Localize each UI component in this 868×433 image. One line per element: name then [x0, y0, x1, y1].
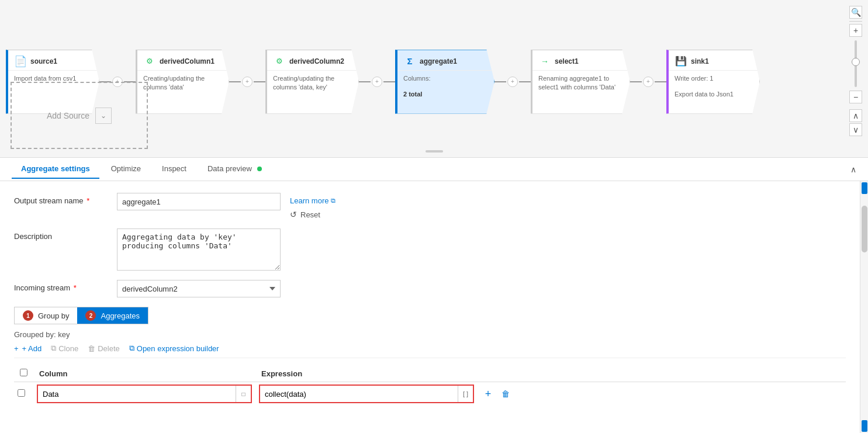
node-derivedColumn2[interactable]: ⚙ derivedColumn2 Creating/updating the c… — [265, 44, 395, 120]
pipeline-canvas: 📄 source1 Import data from csv1 + ⚙ deri… — [0, 0, 868, 158]
derived1-icon: ⚙ — [143, 55, 156, 68]
add-source-chevron[interactable]: ⌄ — [95, 108, 112, 124]
row-checkbox[interactable] — [18, 389, 25, 397]
add-btn[interactable]: + + Add — [14, 344, 42, 353]
row-actions: + 🗑 — [481, 387, 842, 401]
external-link-icon: ⧉ — [331, 197, 336, 205]
row-delete-icon: 🗑 — [502, 389, 510, 399]
output-stream-required: * — [87, 196, 89, 205]
toolbar-row: + + Add ⧉ Clone 🗑 Delete ⧉ Open expressi… — [14, 344, 846, 358]
clone-icon: ⧉ — [51, 344, 56, 353]
delete-btn[interactable]: 🗑 Delete — [88, 344, 120, 353]
output-stream-actions: Learn more ⧉ ↺ Reset — [290, 193, 336, 219]
aggregates-badge: 2 — [85, 310, 96, 321]
incoming-stream-select[interactable]: derivedColumn1 derivedColumn2 — [117, 280, 281, 297]
incoming-stream-required: * — [74, 283, 77, 292]
node-agg-title: aggregate1 — [420, 57, 457, 65]
settings-panel: Aggregate settings Optimize Inspect Data… — [0, 158, 868, 433]
node-agg-desc: Columns: — [397, 71, 494, 86]
tab-inspect[interactable]: Inspect — [153, 160, 196, 179]
incoming-stream-label: Incoming stream * — [14, 280, 108, 292]
node-aggregate1[interactable]: Σ aggregate1 Columns: 2 total + — [395, 44, 531, 120]
node-agg-desc2: 2 total — [397, 86, 494, 102]
form-area: Output stream name * Learn more ⧉ ↺ Rese… — [0, 181, 860, 433]
column-header: Column — [33, 365, 255, 382]
select-all-checkbox[interactable] — [20, 369, 27, 376]
connector-after-derived1: + — [229, 77, 265, 87]
aggregates-tab-btn[interactable]: 2 Aggregates — [77, 307, 148, 324]
row-add-btn[interactable]: + — [481, 387, 495, 401]
row-delete-btn[interactable]: 🗑 — [499, 387, 513, 401]
delete-icon: 🗑 — [88, 344, 95, 353]
expression-builder-icon: ⧉ — [129, 344, 134, 353]
clone-btn[interactable]: ⧉ Clone — [51, 344, 78, 353]
node-sink-desc2: Export data to Json1 — [669, 86, 759, 102]
group-by-badge: 1 — [23, 310, 33, 321]
expression-expand-btn[interactable]: [ ] — [458, 386, 473, 402]
node-select-desc: Renaming aggregate1 to select1 with colu… — [532, 71, 630, 96]
select-icon: → — [538, 55, 551, 68]
zoom-minus-btn[interactable]: − — [849, 91, 862, 103]
description-textarea[interactable]: Aggregating data by 'key' producing colu… — [117, 228, 281, 271]
node-derived1-desc: Creating/updating the columns 'data' — [137, 71, 229, 96]
add-source-label: Add Source — [47, 111, 89, 120]
aggregates-table: Column Expression — [14, 365, 846, 406]
output-stream-label: Output stream name * — [14, 193, 108, 205]
node-derived2-title: derivedColumn2 — [289, 57, 344, 65]
learn-more-link[interactable]: Learn more ⧉ — [290, 196, 336, 205]
tabs-row: Aggregate settings Optimize Inspect Data… — [0, 158, 868, 181]
column-expand-btn[interactable]: □ — [236, 386, 251, 402]
description-label: Description — [14, 228, 108, 241]
expand-pipeline-btn[interactable]: ∨ — [849, 123, 862, 136]
add-connector-select[interactable]: + — [643, 77, 653, 87]
column-cell-wrapper: □ — [37, 384, 252, 403]
sink-icon: 💾 — [675, 55, 687, 68]
derived2-icon: ⚙ — [273, 55, 286, 68]
expression-cell-wrapper: [ ] — [259, 384, 474, 403]
zoom-controls: 🔍 + − ∧ ∨ — [849, 6, 862, 136]
panel-scrollbar[interactable] — [860, 181, 868, 433]
tab-data-preview[interactable]: Data preview — [198, 160, 272, 179]
add-connector-derived1[interactable]: + — [242, 77, 253, 87]
tab-aggregate-settings[interactable]: Aggregate settings — [12, 160, 99, 179]
tab-toggle-section: 1 Group by 2 Aggregates — [14, 307, 846, 324]
node-derived1-title: derivedColumn1 — [160, 57, 215, 65]
connector-after-select: + — [630, 77, 666, 87]
node-select1[interactable]: → select1 Renaming aggregate1 to select1… — [531, 44, 666, 120]
panel-collapse-btn[interactable]: ∧ — [850, 165, 856, 174]
incoming-stream-row: Incoming stream * derivedColumn1 derived… — [14, 280, 846, 297]
pipeline-drag-handle — [426, 150, 443, 153]
reset-icon: ↺ — [290, 210, 297, 219]
node-select-title: select1 — [555, 57, 579, 65]
expression-input[interactable] — [260, 386, 458, 402]
node-source1-title: source1 — [30, 57, 57, 65]
zoom-plus-btn[interactable]: + — [849, 24, 862, 37]
agg-icon: Σ — [403, 55, 416, 68]
connector-after-agg: + — [494, 77, 531, 87]
collapse-pipeline-btn[interactable]: ∧ — [849, 109, 862, 122]
expression-header: Expression — [255, 365, 478, 382]
reset-btn[interactable]: ↺ Reset — [290, 210, 336, 219]
node-sink1[interactable]: 💾 sink1 Write order: 1 Export data to Js… — [666, 44, 760, 120]
add-connector-derived2[interactable]: + — [372, 77, 382, 87]
settings-tabs: Aggregate settings Optimize Inspect Data… — [12, 160, 274, 179]
add-connector-agg[interactable]: + — [507, 77, 518, 87]
description-row: Description Aggregating data by 'key' pr… — [14, 228, 846, 271]
column-input[interactable] — [38, 386, 236, 402]
node-derivedColumn1[interactable]: ⚙ derivedColumn1 Creating/updating the c… — [136, 44, 265, 120]
node-sink-title: sink1 — [691, 57, 709, 65]
node-derived2-desc: Creating/updating the columns 'data, key… — [267, 71, 358, 96]
connector-after-derived2: + — [359, 77, 395, 87]
table-row: □ [ ] + — [14, 382, 846, 406]
zoom-search-btn[interactable]: 🔍 — [849, 6, 862, 19]
group-by-tab-btn[interactable]: 1 Group by — [15, 307, 77, 324]
output-stream-input[interactable] — [117, 193, 281, 210]
add-icon: + — [14, 344, 19, 353]
tab-toggle-row: 1 Group by 2 Aggregates — [14, 307, 846, 324]
tab-toggle-group: 1 Group by 2 Aggregates — [14, 307, 148, 324]
tab-optimize[interactable]: Optimize — [102, 160, 150, 179]
add-source-box[interactable]: Add Source ⌄ — [11, 82, 148, 149]
source-icon: 📄 — [14, 55, 27, 68]
open-expression-builder-btn[interactable]: ⧉ Open expression builder — [129, 344, 219, 353]
output-stream-row: Output stream name * Learn more ⧉ ↺ Rese… — [14, 193, 846, 219]
